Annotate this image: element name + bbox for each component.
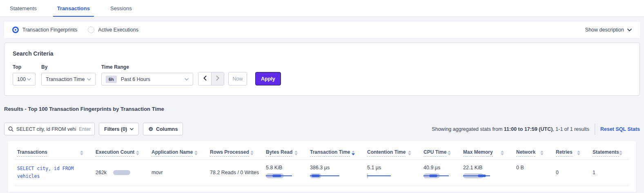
tab-label: Sessions [110, 5, 132, 11]
time-range-pager [198, 72, 224, 85]
view-toggle-group: Transaction Fingerprints Active Executio… [12, 27, 138, 33]
column-header-statements[interactable]: Statements [590, 145, 629, 160]
transaction-time-cell: 386.3 µs [308, 160, 365, 186]
sort-icon[interactable] [408, 150, 411, 155]
sort-icon[interactable] [352, 150, 355, 155]
results-toolbar: Enter Filters (0) ⚙ Columns Showing aggr… [4, 123, 640, 135]
column-header-application-name[interactable]: Application Name [149, 145, 207, 160]
chevron-right-icon [216, 76, 219, 82]
column-header-execution-count[interactable]: Execution Count [93, 145, 149, 160]
radio-active-executions[interactable]: Active Executions [88, 27, 138, 33]
transaction-time-bar [310, 173, 340, 178]
sort-icon[interactable] [194, 150, 198, 155]
bar-line [463, 175, 490, 176]
top-select-value: 100 [17, 76, 26, 82]
show-description-toggle[interactable]: Show description [585, 27, 632, 33]
time-range-select[interactable]: 6h Past 6 Hours [101, 73, 193, 85]
top-select[interactable]: 100 [13, 73, 36, 85]
sort-icon[interactable] [250, 150, 254, 155]
sort-icon[interactable] [80, 150, 83, 155]
reset-sql-stats-link[interactable]: Reset SQL Stats [600, 126, 640, 132]
chevron-down-icon [27, 78, 31, 81]
view-toggle-band: Transaction Fingerprints Active Executio… [4, 22, 640, 38]
column-header-rows-processed[interactable]: Rows Processed [207, 145, 263, 160]
search-criteria-card: Search Criteria Top 100 By Transaction T… [4, 43, 640, 96]
contention-time-bar [367, 173, 397, 178]
search-criteria-title: Search Criteria [13, 50, 631, 57]
top-field: Top 100 [13, 64, 36, 85]
column-header-retries[interactable]: Retries [553, 145, 590, 160]
execution-count-cell: 262k [96, 170, 147, 175]
contention-time-cell: 5.1 µs [365, 160, 421, 186]
column-header-transaction-time[interactable]: Transaction Time [308, 145, 365, 160]
bytes-read-cell: 5.8 KiB [263, 160, 308, 186]
search-icon [8, 126, 13, 132]
max-memory-value: 22.1 KiB [463, 165, 511, 171]
execution-count-bar [113, 170, 143, 175]
execution-count-value: 262k [96, 170, 107, 175]
cpu-time-bar [423, 173, 454, 178]
tab-sessions[interactable]: Sessions [106, 0, 136, 16]
column-header-transactions[interactable]: Transactions [15, 145, 93, 160]
sort-icon[interactable] [136, 150, 139, 155]
column-header-max-memory[interactable]: Max Memory [461, 145, 514, 160]
bytes-read-bar [266, 173, 296, 178]
filters-label: Filters (0) [104, 126, 127, 132]
sort-icon[interactable] [501, 150, 504, 155]
transactions-table: Transactions Execution Count Application… [15, 145, 629, 186]
time-back-button[interactable] [198, 72, 211, 85]
divider [595, 124, 595, 135]
bar-line [367, 175, 391, 176]
by-select[interactable]: Transaction Time [41, 73, 96, 85]
column-header-bytes-read[interactable]: Bytes Read [263, 145, 308, 160]
radio-label: Transaction Fingerprints [22, 27, 77, 33]
transaction-time-value: 386.3 µs [310, 165, 362, 171]
tab-transactions[interactable]: Transactions [53, 0, 94, 16]
sort-icon[interactable] [448, 150, 451, 155]
column-header-network[interactable]: Network [514, 145, 553, 160]
bar-range [113, 170, 130, 175]
cpu-time-cell: 40.9 µs [421, 160, 461, 186]
bar-mean [312, 175, 320, 177]
chevron-down-icon [185, 78, 189, 81]
column-header-cpu-time[interactable]: CPU Time [421, 145, 461, 160]
retries-cell: 0 [553, 160, 590, 186]
time-range-value: Past 6 Hours [121, 76, 150, 82]
tab-statements[interactable]: Statements [6, 0, 41, 16]
results-table-card: Transactions Execution Count Application… [8, 141, 636, 192]
time-range-field: Time Range 6h Past 6 Hours [101, 64, 193, 85]
time-forward-button[interactable] [211, 72, 224, 85]
rows-processed-cell: 78.2 Reads / 0 Writes [207, 160, 263, 186]
sort-icon[interactable] [294, 150, 298, 155]
gear-icon: ⚙ [148, 126, 153, 132]
radio-unselected-icon [88, 27, 94, 33]
now-button[interactable]: Now [228, 72, 247, 85]
by-field: By Transaction Time [41, 64, 96, 85]
aggregated-stats-text: Showing aggregated stats from 11:00 to 1… [432, 126, 589, 132]
bytes-read-value: 5.8 KiB [266, 165, 305, 171]
max-memory-cell: 22.1 KiB [461, 160, 514, 186]
columns-label: Columns [156, 126, 178, 132]
sort-icon[interactable] [619, 150, 622, 155]
table-header-row: Transactions Execution Count Application… [15, 145, 629, 160]
column-header-contention-time[interactable]: Contention Time [365, 145, 421, 160]
network-cell: 0 B [514, 160, 553, 186]
table-row: SELECT city, id FROM vehicles 262k movr [15, 160, 629, 186]
radio-selected-icon [12, 27, 19, 33]
results-section: Results - Top 100 Transaction Fingerprin… [0, 106, 644, 192]
columns-button[interactable]: ⚙ Columns [143, 123, 183, 135]
sql-search-box: Enter [4, 123, 95, 135]
chevron-down-icon [87, 78, 91, 81]
apply-button[interactable]: Apply [255, 72, 281, 85]
radio-transaction-fingerprints[interactable]: Transaction Fingerprints [12, 27, 77, 33]
contention-time-value: 5.1 µs [367, 165, 419, 171]
statements-cell: 1 [590, 160, 629, 186]
transaction-fingerprint-link[interactable]: SELECT city, id FROM vehicles [17, 166, 74, 179]
max-memory-bar [463, 173, 493, 178]
time-range-label: Time Range [101, 64, 193, 70]
sql-search-input[interactable] [16, 126, 76, 132]
time-range-badge: 6h [106, 76, 117, 83]
sort-icon[interactable] [577, 150, 580, 155]
filters-button[interactable]: Filters (0) [99, 123, 139, 135]
sort-icon[interactable] [540, 150, 544, 155]
